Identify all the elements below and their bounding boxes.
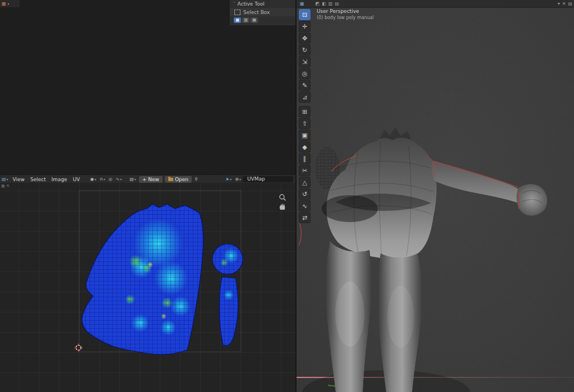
perspective-label: User Perspective xyxy=(317,8,374,15)
uv-2d-cursor xyxy=(74,343,83,352)
poly-build-icon: △ xyxy=(302,179,307,186)
active-tool-label: Select Box xyxy=(243,10,270,15)
viewport-header-icon-2[interactable]: ◧ xyxy=(322,1,326,6)
tool-extrude-region-button[interactable]: ⇧ xyxy=(299,118,311,129)
active-tool-panel-header[interactable]: ˅ Active Tool xyxy=(230,0,295,8)
uv-editor: ▩ ▾ ˅ Active Tool Select Box ▦ ▥ ▤ xyxy=(0,0,295,392)
viewport-header-icon-4[interactable]: ▤ xyxy=(335,1,339,6)
uv-island-head[interactable] xyxy=(212,244,243,274)
sync-arrow-icon: ➤ xyxy=(226,177,230,182)
image-icon: ▤ xyxy=(1,184,5,188)
tool-select-box-button[interactable]: ⊡ xyxy=(299,9,311,20)
canvas-corner-widget[interactable]: ▤ ⇱ xyxy=(1,184,10,188)
select-mode-button-3[interactable]: ▤ xyxy=(251,17,258,23)
menu-uv[interactable]: UV xyxy=(70,177,83,182)
collapse-caret-icon[interactable]: ˅ xyxy=(233,2,235,6)
uv-editor-type-icon: ▤ xyxy=(2,177,6,182)
box-select-icon xyxy=(234,10,240,15)
spin-icon: ↺ xyxy=(302,191,307,198)
tool-poly-build-button[interactable]: △ xyxy=(299,177,311,188)
uv-island-strip[interactable] xyxy=(219,277,238,345)
pivot-point-dropdown[interactable]: ◉ ▾ xyxy=(90,177,96,182)
snapping-dropdown[interactable]: ∩ ▾ xyxy=(100,177,105,182)
new-image-label: New xyxy=(148,177,159,182)
tool-add-cube-button[interactable]: ⊞ xyxy=(299,106,311,117)
menu-view[interactable]: View xyxy=(10,177,27,182)
active-tool-panel-title: Active Tool xyxy=(238,1,265,7)
floor-horizon-line xyxy=(297,377,574,378)
new-image-button[interactable]: + New xyxy=(139,176,163,183)
viewport-3d[interactable]: ▦ ◩ ◧ ▥ ▤ ▾ ✕ ▤ User Perspective (0) bod… xyxy=(295,0,574,392)
display-mode-dropdown[interactable]: ⊕ ▾ xyxy=(235,177,241,182)
tool-transform-button[interactable]: ◎ xyxy=(299,68,311,79)
tool-bevel-button[interactable]: ◆ xyxy=(299,141,311,153)
globe-icon: ⊕ xyxy=(235,177,239,182)
uv-sync-select-toggle[interactable]: ➤ ▾ xyxy=(226,177,232,182)
add-cube-icon: ⊞ xyxy=(302,108,307,116)
viewport-header-icon-3[interactable]: ▥ xyxy=(328,1,333,6)
select-mode-button-2[interactable]: ▥ xyxy=(242,17,249,23)
active-object-label: (0) body low poly manual xyxy=(317,15,374,21)
chevron-down-icon: ▾ xyxy=(7,177,8,181)
select-mode-button-1[interactable]: ▦ xyxy=(234,17,241,23)
tool-annotate-button[interactable]: ✎ xyxy=(299,80,311,91)
hand-icon xyxy=(279,203,286,210)
viewport-toolbar: ⊡ ✛ ✥ ↻ ⇲ ◎ ✎ ⊿ ⊞ ⇧ ▣ ◆ ∥ ✂ △ ↺ ∿ ⇄ xyxy=(299,9,311,223)
edge-slide-icon: ⇄ xyxy=(302,214,307,222)
uvmap-selector[interactable]: UVMap xyxy=(243,176,293,182)
magnet-icon: ∩ xyxy=(100,177,103,182)
tool-inset-faces-button[interactable]: ▣ xyxy=(299,130,311,141)
plus-icon: + xyxy=(142,177,147,182)
editor-type-button[interactable]: ▤ ▾ xyxy=(2,177,8,182)
image-icon: ▤ xyxy=(129,177,134,182)
collapse-icon[interactable]: ▾ xyxy=(558,1,560,6)
uv-island-body[interactable] xyxy=(82,204,203,354)
character-mesh[interactable] xyxy=(297,0,574,392)
uv-editor-empty-canvas[interactable]: ▩ ▾ ˅ Active Tool Select Box ▦ ▥ ▤ xyxy=(0,0,295,174)
close-icon[interactable]: ✕ xyxy=(562,1,566,6)
tool-move-button[interactable]: ✥ xyxy=(299,33,311,44)
pan-gizmo[interactable] xyxy=(277,202,288,211)
menu-image[interactable]: Image xyxy=(49,177,70,182)
tool-cursor-button[interactable]: ✛ xyxy=(299,21,311,32)
falloff-dropdown[interactable]: ∿ ▾ xyxy=(116,177,122,182)
image-select-dropdown[interactable]: ▤ ▾ xyxy=(129,177,136,182)
select-box-icon: ⊡ xyxy=(302,11,307,19)
tool-loop-cut-button[interactable]: ∥ xyxy=(299,153,311,164)
active-tool-row[interactable]: Select Box xyxy=(230,8,295,16)
chevron-down-icon: ▾ xyxy=(230,177,232,181)
zoom-gizmo[interactable] xyxy=(277,193,288,202)
tool-rotate-button[interactable]: ↻ xyxy=(299,44,311,56)
inset-icon: ▣ xyxy=(302,132,307,139)
viewport-header-icon-1[interactable]: ◩ xyxy=(316,1,320,6)
active-tool-panel: ˅ Active Tool Select Box ▦ ▥ ▤ xyxy=(229,0,295,26)
select-mode-buttons: ▦ ▥ ▤ xyxy=(230,16,295,25)
tool-smooth-button[interactable]: ∿ xyxy=(299,200,311,211)
pin-icon: ⚲ xyxy=(195,177,198,182)
expand-icon: ⇱ xyxy=(7,184,10,188)
open-image-button[interactable]: Open xyxy=(165,176,192,183)
measure-icon: ⊿ xyxy=(302,94,307,101)
tool-spin-button[interactable]: ↺ xyxy=(299,188,311,200)
tool-scale-button[interactable]: ⇲ xyxy=(299,56,311,67)
magnifier-icon xyxy=(279,193,286,201)
chevron-down-icon: ▾ xyxy=(95,177,96,181)
folder-icon xyxy=(168,178,173,181)
falloff-icon: ∿ xyxy=(116,177,120,182)
proportional-editing-toggle[interactable]: ◎ xyxy=(109,177,113,182)
chevron-down-icon: ▾ xyxy=(120,177,122,181)
pin-button[interactable]: ⚲ xyxy=(195,177,198,182)
menu-select[interactable]: Select xyxy=(27,177,49,182)
uv-seam-edges xyxy=(299,156,519,246)
annotate-icon: ✎ xyxy=(302,82,307,89)
tool-edge-slide-button[interactable]: ⇄ xyxy=(299,212,311,223)
image-editor-icon[interactable]: ▩ xyxy=(2,1,6,6)
uv-islands-svg xyxy=(0,183,295,392)
uv-canvas[interactable]: ▤ ⇱ xyxy=(0,183,295,392)
tool-knife-button[interactable]: ✂ xyxy=(299,165,311,176)
viewport-editor-type-icon[interactable]: ▦ xyxy=(300,1,304,6)
tool-measure-button[interactable]: ⊿ xyxy=(299,91,311,103)
y-axis-line xyxy=(328,385,337,387)
shading-icon[interactable]: ▤ xyxy=(568,1,572,6)
uv-editor-corner-bar[interactable]: ▩ ▾ xyxy=(0,0,20,7)
